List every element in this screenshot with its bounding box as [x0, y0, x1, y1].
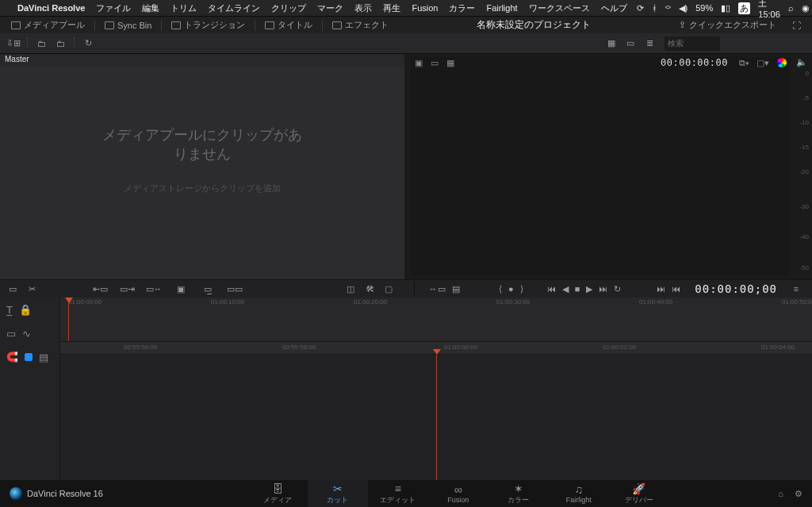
- page-cut[interactable]: ✂カット: [308, 480, 368, 507]
- timeline-options-button[interactable]: ≡: [788, 282, 804, 295]
- ws-sync-bin-button[interactable]: Sync Bin: [98, 19, 158, 32]
- menu-timeline[interactable]: タイムライン: [208, 2, 260, 14]
- append-button[interactable]: ▭⇥: [117, 282, 136, 295]
- page-deliver[interactable]: 🚀デリバー: [609, 480, 669, 507]
- page-media[interactable]: 🗄メディア: [247, 480, 308, 507]
- ruler-tick: 01:00:00:00: [68, 298, 102, 305]
- spotlight-icon[interactable]: ⌕: [788, 3, 794, 13]
- search-input[interactable]: [665, 36, 720, 51]
- settings-button[interactable]: ⚙: [795, 489, 802, 499]
- ruler-tick: 01:00:50:00: [782, 298, 812, 305]
- menu-fusion[interactable]: Fusion: [412, 3, 438, 13]
- audio-track-icon[interactable]: ∿: [22, 328, 31, 340]
- prev-marker-button[interactable]: ⟨: [499, 284, 502, 294]
- menu-workspace[interactable]: ワークスペース: [529, 2, 590, 14]
- menu-clip[interactable]: クリップ: [271, 2, 306, 14]
- menu-file[interactable]: ファイル: [96, 2, 131, 14]
- wifi-icon[interactable]: ⌔: [665, 3, 671, 13]
- viewer-frame-button[interactable]: ⧉▾: [736, 56, 752, 69]
- ime-icon[interactable]: あ: [738, 2, 750, 14]
- next-marker-button[interactable]: ⟩: [520, 284, 523, 294]
- boring-detector-button[interactable]: ▭: [5, 282, 21, 295]
- bin-sub-button[interactable]: 🗀: [52, 36, 69, 51]
- source-overwrite-button[interactable]: ▭▭: [225, 282, 244, 295]
- loop-button[interactable]: ↻: [614, 284, 621, 294]
- timeline-tracks[interactable]: 01:00:00:0001:00:10:0001:00:20:0001:00:3…: [60, 298, 812, 488]
- viewer-mode2-button[interactable]: ▭: [427, 56, 442, 69]
- menu-color[interactable]: カラー: [449, 2, 475, 14]
- ruler-tick: 01:00:04:00: [761, 344, 795, 351]
- viewer-safe-button[interactable]: ▢▾: [755, 56, 771, 69]
- ws-transition-button[interactable]: トランジション: [165, 17, 251, 33]
- upper-playhead[interactable]: [68, 298, 69, 341]
- upper-ruler[interactable]: 01:00:00:0001:00:10:0001:00:20:0001:00:3…: [60, 298, 812, 342]
- view-list-button[interactable]: ≣: [641, 36, 658, 51]
- menu-help[interactable]: ヘルプ: [601, 2, 627, 14]
- page-fusion[interactable]: ∞Fusion: [428, 480, 488, 507]
- place-on-top-button[interactable]: ▭̲: [198, 282, 217, 295]
- viewer-mode3-button[interactable]: ▦: [442, 56, 458, 69]
- page-fairlight[interactable]: ♫Fairlight: [549, 480, 609, 507]
- refresh-button[interactable]: ↻: [79, 36, 97, 51]
- menu-view[interactable]: 表示: [354, 2, 372, 14]
- transport-controls: ⏮ ◀ ■ ▶ ⏭ ↻: [547, 284, 622, 294]
- closeup-button[interactable]: ▣: [171, 282, 190, 295]
- video-track-icon[interactable]: ▭: [6, 328, 16, 340]
- menu-trim[interactable]: トリム: [170, 2, 197, 14]
- jump-prev-button[interactable]: ⏮: [672, 284, 680, 294]
- zoom-fit-button[interactable]: ↔▭: [429, 282, 445, 295]
- marker-button[interactable]: ●: [508, 284, 514, 294]
- transition-icon: [171, 21, 181, 29]
- import-button[interactable]: ⇩⊞: [5, 36, 22, 51]
- viewer-canvas[interactable]: [411, 57, 790, 276]
- crop-button[interactable]: ▢: [381, 282, 396, 295]
- bluetooth-icon[interactable]: ᚼ: [652, 3, 657, 13]
- smart-insert-button[interactable]: ⇤▭: [90, 282, 109, 295]
- ws-media-pool-button[interactable]: メディアプール: [5, 17, 91, 33]
- jump-next-button[interactable]: ⏭: [657, 284, 665, 294]
- menu-fairlight[interactable]: Fairlight: [486, 3, 517, 13]
- timeline-body[interactable]: [60, 355, 812, 488]
- ripple-overwrite-button[interactable]: ▭↔: [144, 282, 163, 295]
- locked-track-icon[interactable]: T̲: [6, 304, 13, 316]
- ws-effect-button[interactable]: エフェクト: [326, 17, 395, 33]
- go-start-button[interactable]: ⏮: [547, 284, 556, 294]
- ws-title-button[interactable]: タイトル: [259, 17, 319, 33]
- speaker-icon[interactable]: 🔈: [796, 57, 807, 67]
- marker-color-button[interactable]: [25, 353, 33, 361]
- quick-export-button[interactable]: ⇪クイックエクスポート: [672, 17, 783, 33]
- go-end-button[interactable]: ⏭: [599, 284, 607, 294]
- transition-add-button[interactable]: ◫: [343, 282, 358, 295]
- media-pool[interactable]: Master メディアプールにクリップがありません メディアストレージからクリッ…: [0, 54, 404, 279]
- siri-icon[interactable]: ◉: [802, 3, 810, 13]
- battery-icon[interactable]: ▮▯: [721, 3, 730, 13]
- tools-button[interactable]: 🛠: [362, 282, 377, 295]
- clock-label[interactable]: 土 15:06: [758, 0, 780, 19]
- zoom-custom-button[interactable]: ▤: [448, 282, 464, 295]
- fullscreen-button[interactable]: ⛶: [786, 19, 807, 32]
- home-button[interactable]: ⌂: [778, 489, 783, 498]
- menu-playback[interactable]: 再生: [383, 2, 400, 14]
- sync-icon[interactable]: ⟳: [637, 3, 644, 13]
- lower-playhead[interactable]: [436, 355, 437, 488]
- volume-icon[interactable]: ◀︎): [679, 3, 688, 13]
- split-button[interactable]: ✂: [24, 282, 40, 295]
- viewer-mode1-button[interactable]: ▣: [411, 56, 427, 69]
- page-edit[interactable]: ≡エディット: [368, 480, 428, 507]
- ruler-tick: 01:00:10:00: [211, 298, 244, 305]
- viewer-scope-button[interactable]: [774, 56, 790, 69]
- stop-button[interactable]: ■: [575, 284, 580, 294]
- view-strip-button[interactable]: ▭: [622, 36, 639, 51]
- play-button[interactable]: ▶: [586, 284, 592, 294]
- track-view-button[interactable]: ▤: [39, 351, 48, 363]
- bin-new-button[interactable]: 🗀: [33, 36, 50, 51]
- play-reverse-button[interactable]: ◀: [562, 284, 569, 294]
- snap-button[interactable]: 🧲: [6, 351, 18, 363]
- menu-app[interactable]: DaVinci Resolve: [17, 3, 85, 13]
- menu-edit[interactable]: 編集: [142, 2, 159, 14]
- view-thumb-button[interactable]: ▦: [603, 36, 620, 51]
- menu-mark[interactable]: マーク: [317, 2, 343, 14]
- track-lock-icon[interactable]: 🔒: [19, 304, 32, 316]
- app-logo: DaVinci Resolve 16: [0, 480, 113, 507]
- page-color[interactable]: ✶カラー: [488, 480, 549, 507]
